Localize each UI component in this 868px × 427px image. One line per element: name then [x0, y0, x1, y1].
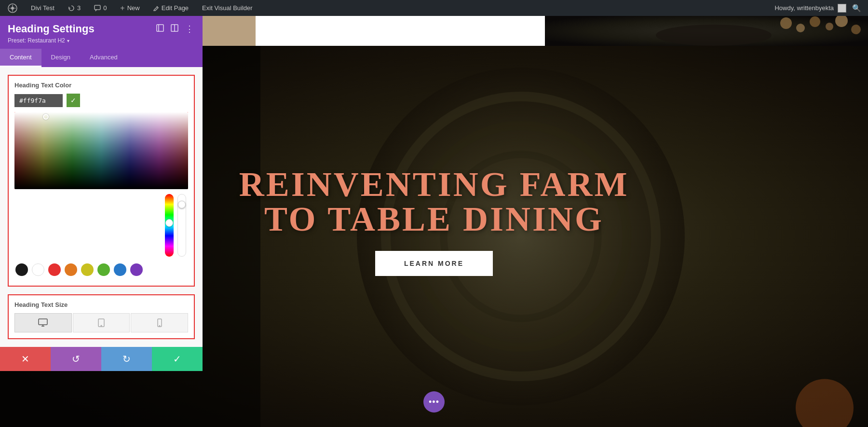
- wp-logo-item[interactable]: [5, 0, 20, 16]
- device-tab-desktop[interactable]: [14, 313, 72, 332]
- sliders-container: [14, 194, 188, 257]
- preset-color-orange[interactable]: [65, 263, 77, 276]
- svg-point-15: [851, 25, 861, 34]
- admin-bar: Divi Test 3 0 + New Edit Page Exit Visua…: [0, 0, 868, 16]
- preset-color-red[interactable]: [48, 263, 61, 276]
- redo-button[interactable]: ↻: [101, 347, 152, 371]
- edit-page-item[interactable]: Edit Page: [150, 0, 191, 16]
- comments-icon: [94, 5, 101, 12]
- svg-point-30: [159, 326, 160, 326]
- svg-point-28: [101, 325, 102, 326]
- search-icon[interactable]: 🔍: [850, 2, 863, 14]
- more-options-icon[interactable]: ⋮: [184, 23, 195, 35]
- preset-chevron-icon: ▾: [67, 38, 69, 43]
- svg-point-10: [780, 17, 792, 29]
- svg-point-12: [810, 16, 820, 27]
- text-size-section: Heading Text Size: [8, 294, 195, 339]
- preset-label: Preset: Restaurant H2: [8, 37, 65, 44]
- color-hex-row: ✓: [14, 94, 188, 107]
- exit-builder-label: Exit Visual Builder: [202, 4, 253, 12]
- color-confirm-button[interactable]: ✓: [67, 94, 80, 107]
- hero-text: REINVENTING FARM TO TABLE DINING LEARN M…: [217, 167, 651, 276]
- learn-more-button[interactable]: LEARN MORE: [375, 251, 493, 276]
- panel-title: Heading Settings: [8, 23, 95, 35]
- wp-logo-icon: [8, 3, 17, 13]
- device-tab-mobile[interactable]: [131, 313, 188, 332]
- tablet-icon: [98, 318, 105, 327]
- expand-icon[interactable]: [155, 23, 165, 35]
- alpha-thumb[interactable]: [178, 201, 186, 208]
- split-view-icon[interactable]: [170, 23, 179, 35]
- top-image-gap: [256, 16, 545, 46]
- alpha-slider[interactable]: [177, 194, 186, 257]
- color-section-label: Heading Text Color: [14, 82, 188, 89]
- gradient-black-layer: [14, 112, 188, 189]
- preset-color-black[interactable]: [15, 263, 28, 276]
- comments-item[interactable]: 0: [91, 0, 109, 16]
- avatar: [838, 4, 846, 13]
- panel-header: Heading Settings: [0, 16, 203, 49]
- revisions-item[interactable]: 3: [65, 0, 83, 16]
- device-tab-tablet[interactable]: [73, 313, 130, 332]
- exit-builder-item[interactable]: Exit Visual Builder: [199, 0, 256, 16]
- device-tabs: [14, 313, 188, 332]
- tab-advanced[interactable]: Advanced: [80, 49, 127, 67]
- preset-colors: [14, 262, 188, 278]
- panel-preset[interactable]: Preset: Restaurant H2 ▾: [8, 37, 195, 44]
- dots-button[interactable]: •••: [423, 391, 445, 413]
- text-size-label: Heading Text Size: [14, 301, 188, 308]
- panel-actions: ✕ ↺ ↻ ✓: [0, 347, 203, 371]
- panel-content: Heading Text Color ✓: [0, 67, 203, 347]
- settings-panel: Heading Settings: [0, 16, 203, 371]
- panel-title-row: Heading Settings: [8, 23, 195, 35]
- svg-rect-24: [157, 25, 163, 31]
- site-name: Divi Test: [31, 4, 54, 12]
- svg-point-1: [11, 7, 14, 10]
- svg-point-11: [796, 24, 805, 32]
- undo-button[interactable]: ↺: [51, 347, 101, 371]
- color-picker-cursor[interactable]: [43, 114, 49, 120]
- panel-tabs: Content Design Advanced: [0, 49, 203, 67]
- admin-bar-right: Howdy, writtenbyekta 🔍: [774, 2, 863, 14]
- preset-color-purple[interactable]: [130, 263, 143, 276]
- site-name-item[interactable]: Divi Test: [28, 0, 57, 16]
- preset-color-green[interactable]: [97, 263, 110, 276]
- save-button[interactable]: ✓: [152, 347, 203, 371]
- cancel-button[interactable]: ✕: [0, 347, 51, 371]
- top-image-right: [545, 16, 868, 46]
- color-gradient-picker[interactable]: [14, 112, 188, 189]
- edit-icon: [153, 5, 159, 11]
- tab-design[interactable]: Design: [41, 49, 80, 67]
- mobile-icon: [157, 318, 162, 327]
- hero-heading: REINVENTING FARM TO TABLE DINING: [217, 167, 651, 236]
- hue-thumb[interactable]: [165, 219, 173, 227]
- color-hex-input[interactable]: [14, 94, 63, 107]
- color-picker-section: Heading Text Color ✓: [8, 75, 195, 287]
- main-content: REINVENTING FARM TO TABLE DINING LEARN M…: [0, 16, 868, 427]
- revisions-icon: [68, 5, 75, 12]
- edit-page-label: Edit Page: [162, 4, 189, 12]
- svg-point-16: [656, 25, 772, 46]
- revisions-count: 3: [77, 4, 81, 12]
- top-right-image: [545, 16, 868, 46]
- new-item[interactable]: + New: [117, 0, 142, 16]
- hue-slider[interactable]: [165, 194, 174, 257]
- preset-color-white[interactable]: [32, 263, 44, 276]
- desktop-icon: [38, 318, 48, 327]
- svg-point-13: [826, 23, 833, 30]
- svg-rect-26: [39, 319, 47, 325]
- new-label: New: [127, 4, 140, 12]
- preset-color-blue[interactable]: [114, 263, 126, 276]
- comments-count: 0: [103, 4, 107, 12]
- user-greeting: Howdy, writtenbyekta: [774, 4, 834, 12]
- tab-content[interactable]: Content: [0, 49, 41, 67]
- panel-icons: ⋮: [155, 23, 195, 35]
- preset-color-yellow[interactable]: [81, 263, 94, 276]
- svg-rect-2: [95, 5, 100, 10]
